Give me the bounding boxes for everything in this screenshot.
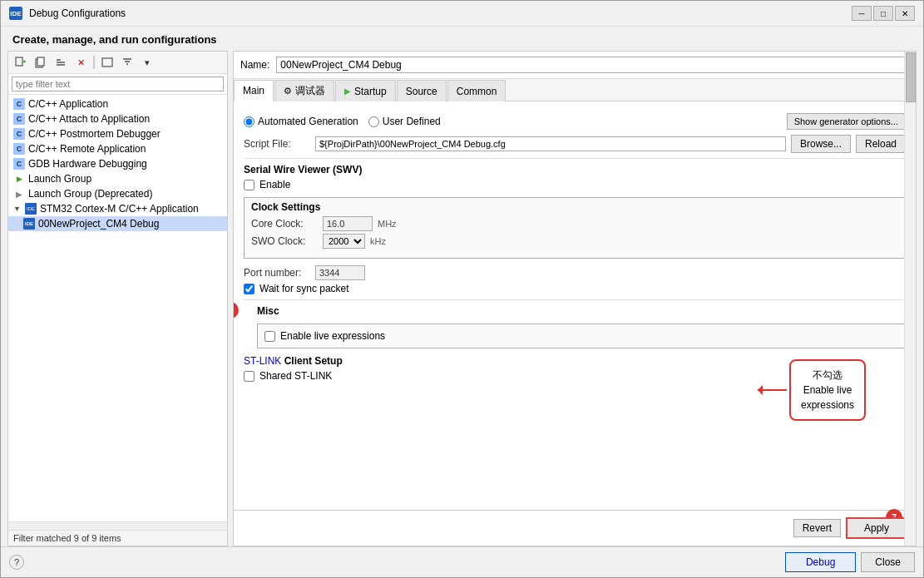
wait-sync-checkbox[interactable] bbox=[244, 284, 254, 294]
revert-button[interactable]: Revert bbox=[793, 519, 841, 537]
collapse-all-button[interactable] bbox=[52, 54, 70, 71]
close-button[interactable]: Close bbox=[861, 552, 915, 572]
close-button[interactable]: ✕ bbox=[895, 6, 915, 21]
user-defined-option[interactable]: User Defined bbox=[368, 116, 441, 127]
badge-6: 6 bbox=[234, 302, 239, 319]
tab-source[interactable]: Source bbox=[397, 80, 447, 101]
port-number-label: Port number: bbox=[244, 267, 310, 279]
filter-input[interactable] bbox=[12, 77, 224, 91]
tree-area: C C/C++ Application C C/C++ Attach to Ap… bbox=[8, 95, 227, 521]
new-config-button[interactable] bbox=[12, 54, 30, 71]
core-clock-unit: MHz bbox=[378, 219, 397, 229]
tree-item-launch[interactable]: ▶ Launch Group bbox=[8, 171, 227, 186]
core-clock-label: Core Clock: bbox=[251, 218, 318, 230]
maximize-button[interactable]: □ bbox=[873, 6, 893, 21]
horizontal-scroll[interactable] bbox=[8, 521, 227, 530]
toolbar-separator bbox=[93, 56, 95, 69]
core-clock-row: Core Clock: MHz bbox=[251, 216, 898, 231]
view-menu-button[interactable]: ▾ bbox=[138, 54, 156, 71]
core-clock-input[interactable] bbox=[323, 216, 373, 231]
script-input[interactable] bbox=[315, 136, 786, 151]
swo-clock-label: SWO Clock: bbox=[251, 235, 318, 247]
tab-common[interactable]: Common bbox=[447, 80, 506, 101]
tab-main[interactable]: Main bbox=[234, 80, 274, 101]
help-button[interactable]: ? bbox=[9, 555, 24, 570]
swv-enable-checkbox[interactable] bbox=[244, 180, 254, 190]
right-panel: Name: Main ⚙ 调试器 ▶ Startup Source bbox=[233, 51, 917, 546]
tab-startup[interactable]: ▶ Startup bbox=[335, 80, 396, 101]
tab-source-label: Source bbox=[406, 86, 437, 97]
tree-item-label: C/C++ Attach to Application bbox=[28, 113, 150, 125]
live-expr-label: Enable live expressions bbox=[280, 330, 385, 342]
tab-debugger-label: 调试器 bbox=[295, 84, 325, 98]
title-bar: IDE Debug Configurations ─ □ ✕ bbox=[1, 1, 923, 27]
auto-gen-option[interactable]: Automated Generation bbox=[244, 116, 358, 127]
tree-item-gdb[interactable]: C GDB Hardware Debugging bbox=[8, 156, 227, 171]
tree-item-cpp-attach[interactable]: C C/C++ Attach to Application bbox=[8, 111, 227, 126]
stlink-section-label: Client Setup bbox=[284, 355, 343, 367]
tree-item-cpp-postmortem[interactable]: C C/C++ Postmortem Debugger bbox=[8, 126, 227, 141]
user-defined-radio[interactable] bbox=[368, 116, 379, 127]
stm-icon: IDE bbox=[25, 203, 37, 215]
divider-2 bbox=[244, 299, 906, 300]
duplicate-config-button[interactable] bbox=[32, 54, 50, 71]
gear-icon: ⚙ bbox=[284, 86, 292, 96]
footer-buttons: Debug Close bbox=[785, 552, 915, 572]
debug-button[interactable]: Debug bbox=[785, 552, 856, 572]
tree-item-launch-dep[interactable]: ▶ Launch Group (Deprecated) bbox=[8, 186, 227, 201]
swv-enable-row: Enable bbox=[244, 179, 906, 190]
expand-arrow: ▼ bbox=[13, 205, 22, 213]
tree-item-stm32[interactable]: ▼ IDE STM32 Cortex-M C/C++ Application bbox=[8, 201, 227, 216]
minimize-button[interactable]: ─ bbox=[852, 6, 872, 21]
browse-button[interactable]: Browse... bbox=[791, 135, 851, 153]
footer-left: ? bbox=[9, 555, 24, 570]
right-scrollbar[interactable] bbox=[904, 52, 916, 546]
shared-stlink-checkbox[interactable] bbox=[244, 371, 254, 382]
auto-gen-radio[interactable] bbox=[244, 116, 254, 127]
apply-button[interactable]: Apply bbox=[846, 517, 907, 539]
show-gen-button[interactable]: Show generator options... bbox=[787, 113, 906, 130]
svg-rect-8 bbox=[102, 58, 112, 67]
tree-item-label: C/C++ Application bbox=[28, 98, 108, 110]
c-icon: C bbox=[13, 158, 25, 170]
tab-main-label: Main bbox=[243, 85, 264, 96]
reload-button[interactable]: Reload bbox=[856, 135, 906, 153]
user-defined-label: User Defined bbox=[383, 116, 441, 127]
tree-item-label: 00NewProject_CM4 Debug bbox=[38, 218, 159, 230]
ide-icon: IDE bbox=[23, 218, 35, 230]
filter-button[interactable] bbox=[118, 54, 136, 71]
play-icon: ▶ bbox=[344, 86, 351, 96]
clock-settings-title: Clock Settings bbox=[251, 201, 898, 213]
main-content: ✕ ▾ C C/C++ Application bbox=[1, 51, 923, 546]
tab-startup-label: Startup bbox=[354, 86, 387, 97]
tree-item-cpp-remote[interactable]: C C/C++ Remote Application bbox=[8, 141, 227, 156]
swv-enable-label: Enable bbox=[259, 179, 290, 190]
wait-sync-label: Wait for sync packet bbox=[259, 283, 349, 294]
c-icon: C bbox=[13, 128, 25, 140]
filter-wrap bbox=[8, 74, 227, 95]
c-icon: C bbox=[13, 113, 25, 125]
scroll-thumb[interactable] bbox=[906, 52, 916, 102]
swo-clock-select[interactable]: 2000 bbox=[323, 234, 365, 249]
name-input[interactable] bbox=[276, 57, 909, 73]
footer: ? Debug Close bbox=[1, 546, 923, 577]
tabs: Main ⚙ 调试器 ▶ Startup Source Common bbox=[234, 79, 916, 101]
divider-1 bbox=[244, 158, 906, 159]
auto-gen-label: Automated Generation bbox=[258, 116, 358, 127]
tree-item-label: GDB Hardware Debugging bbox=[28, 158, 147, 170]
callout-annotation: 不勾选Enable liveexpressions bbox=[789, 359, 866, 421]
tree-item-newproject[interactable]: IDE 00NewProject_CM4 Debug bbox=[8, 216, 227, 231]
port-number-input[interactable] bbox=[315, 265, 365, 280]
misc-group: Enable live expressions bbox=[257, 324, 906, 348]
tree-item-cpp-app[interactable]: C C/C++ Application bbox=[8, 96, 227, 111]
delete-config-button[interactable]: ✕ bbox=[72, 54, 90, 71]
left-toolbar: ✕ ▾ bbox=[8, 52, 227, 74]
callout-text: 不勾选Enable liveexpressions bbox=[801, 369, 854, 411]
expand-button[interactable] bbox=[98, 54, 116, 71]
swo-clock-row: SWO Clock: 2000 kHz bbox=[251, 234, 898, 249]
launch-icon: ▶ bbox=[13, 173, 25, 185]
svg-rect-0 bbox=[16, 57, 22, 66]
filter-status: Filter matched 9 of 9 items bbox=[8, 530, 227, 546]
tab-debugger[interactable]: ⚙ 调试器 bbox=[274, 80, 334, 101]
live-expr-checkbox[interactable] bbox=[264, 331, 275, 342]
